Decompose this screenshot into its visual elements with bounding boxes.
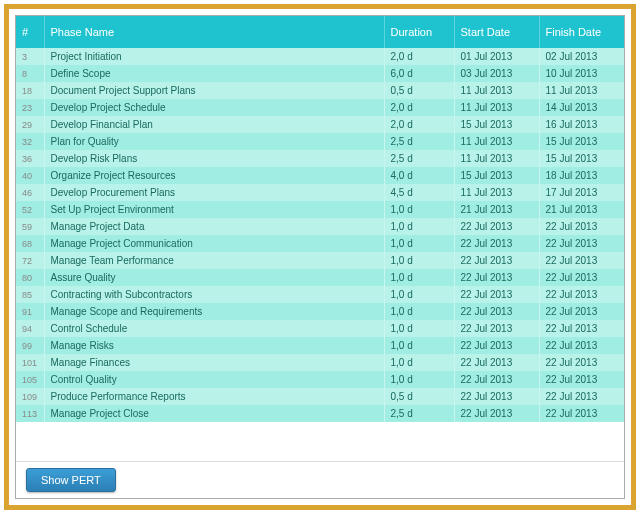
cell-start-date: 22 Jul 2013 [454,320,539,337]
cell-num: 80 [16,269,44,286]
table-row[interactable]: 68Manage Project Communication1,0 d22 Ju… [16,235,624,252]
table-row[interactable]: 59Manage Project Data1,0 d22 Jul 201322 … [16,218,624,235]
table-row[interactable]: 40Organize Project Resources4,0 d15 Jul … [16,167,624,184]
show-pert-button[interactable]: Show PERT [26,468,116,492]
cell-phase-name: Manage Scope and Requirements [44,303,384,320]
cell-finish-date: 10 Jul 2013 [539,65,624,82]
cell-phase-name: Produce Performance Reports [44,388,384,405]
cell-num: 3 [16,48,44,65]
cell-finish-date: 22 Jul 2013 [539,235,624,252]
cell-duration: 4,0 d [384,167,454,184]
table-row[interactable]: 113Manage Project Close2,5 d22 Jul 20132… [16,405,624,422]
table-row[interactable]: 8Define Scope6,0 d03 Jul 201310 Jul 2013 [16,65,624,82]
cell-duration: 0,5 d [384,388,454,405]
header-phase-name[interactable]: Phase Name [44,16,384,48]
cell-duration: 1,0 d [384,252,454,269]
cell-duration: 1,0 d [384,320,454,337]
cell-duration: 2,5 d [384,133,454,150]
table-row[interactable]: 105Control Quality1,0 d22 Jul 201322 Jul… [16,371,624,388]
cell-phase-name: Manage Project Communication [44,235,384,252]
cell-start-date: 22 Jul 2013 [454,354,539,371]
table-row[interactable]: 3Project Initiation2,0 d01 Jul 201302 Ju… [16,48,624,65]
table-row[interactable]: 29Develop Financial Plan2,0 d15 Jul 2013… [16,116,624,133]
cell-finish-date: 11 Jul 2013 [539,82,624,99]
cell-duration: 1,0 d [384,337,454,354]
cell-duration: 1,0 d [384,354,454,371]
cell-phase-name: Develop Risk Plans [44,150,384,167]
cell-duration: 6,0 d [384,65,454,82]
cell-finish-date: 22 Jul 2013 [539,303,624,320]
cell-phase-name: Plan for Quality [44,133,384,150]
cell-finish-date: 22 Jul 2013 [539,354,624,371]
cell-finish-date: 22 Jul 2013 [539,320,624,337]
cell-num: 59 [16,218,44,235]
cell-finish-date: 22 Jul 2013 [539,371,624,388]
cell-phase-name: Develop Procurement Plans [44,184,384,201]
phase-table: # Phase Name Duration Start Date Finish … [16,16,624,422]
table-row[interactable]: 109Produce Performance Reports0,5 d22 Ju… [16,388,624,405]
cell-num: 29 [16,116,44,133]
cell-num: 109 [16,388,44,405]
cell-start-date: 15 Jul 2013 [454,116,539,133]
cell-num: 32 [16,133,44,150]
table-panel: # Phase Name Duration Start Date Finish … [15,15,625,499]
cell-num: 85 [16,286,44,303]
cell-start-date: 22 Jul 2013 [454,269,539,286]
table-row[interactable]: 91Manage Scope and Requirements1,0 d22 J… [16,303,624,320]
header-finish-date[interactable]: Finish Date [539,16,624,48]
cell-num: 8 [16,65,44,82]
cell-start-date: 22 Jul 2013 [454,405,539,422]
cell-finish-date: 22 Jul 2013 [539,252,624,269]
table-row[interactable]: 36Develop Risk Plans2,5 d11 Jul 201315 J… [16,150,624,167]
table-row[interactable]: 18Document Project Support Plans0,5 d11 … [16,82,624,99]
table-row[interactable]: 23Develop Project Schedule2,0 d11 Jul 20… [16,99,624,116]
cell-num: 101 [16,354,44,371]
cell-start-date: 21 Jul 2013 [454,201,539,218]
cell-finish-date: 22 Jul 2013 [539,337,624,354]
cell-finish-date: 22 Jul 2013 [539,286,624,303]
table-row[interactable]: 85Contracting with Subcontractors1,0 d22… [16,286,624,303]
cell-duration: 4,5 d [384,184,454,201]
cell-num: 36 [16,150,44,167]
cell-phase-name: Develop Project Schedule [44,99,384,116]
cell-num: 18 [16,82,44,99]
table-row[interactable]: 46Develop Procurement Plans4,5 d11 Jul 2… [16,184,624,201]
cell-start-date: 22 Jul 2013 [454,303,539,320]
table-row[interactable]: 99Manage Risks1,0 d22 Jul 201322 Jul 201… [16,337,624,354]
cell-num: 46 [16,184,44,201]
cell-finish-date: 22 Jul 2013 [539,269,624,286]
cell-num: 99 [16,337,44,354]
cell-finish-date: 21 Jul 2013 [539,201,624,218]
cell-phase-name: Set Up Project Environment [44,201,384,218]
cell-phase-name: Assure Quality [44,269,384,286]
cell-start-date: 11 Jul 2013 [454,184,539,201]
header-num[interactable]: # [16,16,44,48]
cell-duration: 1,0 d [384,269,454,286]
cell-duration: 1,0 d [384,371,454,388]
cell-start-date: 01 Jul 2013 [454,48,539,65]
cell-phase-name: Manage Project Data [44,218,384,235]
cell-start-date: 22 Jul 2013 [454,388,539,405]
table-row[interactable]: 52Set Up Project Environment1,0 d21 Jul … [16,201,624,218]
cell-start-date: 15 Jul 2013 [454,167,539,184]
cell-num: 113 [16,405,44,422]
cell-start-date: 03 Jul 2013 [454,65,539,82]
cell-phase-name: Contracting with Subcontractors [44,286,384,303]
cell-start-date: 22 Jul 2013 [454,235,539,252]
cell-phase-name: Organize Project Resources [44,167,384,184]
cell-start-date: 11 Jul 2013 [454,150,539,167]
cell-phase-name: Manage Team Performance [44,252,384,269]
table-row[interactable]: 94Control Schedule1,0 d22 Jul 201322 Jul… [16,320,624,337]
table-row[interactable]: 80Assure Quality1,0 d22 Jul 201322 Jul 2… [16,269,624,286]
cell-finish-date: 22 Jul 2013 [539,218,624,235]
table-row[interactable]: 72Manage Team Performance1,0 d22 Jul 201… [16,252,624,269]
header-duration[interactable]: Duration [384,16,454,48]
table-row[interactable]: 32Plan for Quality2,5 d11 Jul 201315 Jul… [16,133,624,150]
cell-phase-name: Control Schedule [44,320,384,337]
cell-duration: 2,0 d [384,48,454,65]
table-row[interactable]: 101Manage Finances1,0 d22 Jul 201322 Jul… [16,354,624,371]
header-start-date[interactable]: Start Date [454,16,539,48]
cell-num: 72 [16,252,44,269]
cell-num: 94 [16,320,44,337]
cell-finish-date: 15 Jul 2013 [539,150,624,167]
